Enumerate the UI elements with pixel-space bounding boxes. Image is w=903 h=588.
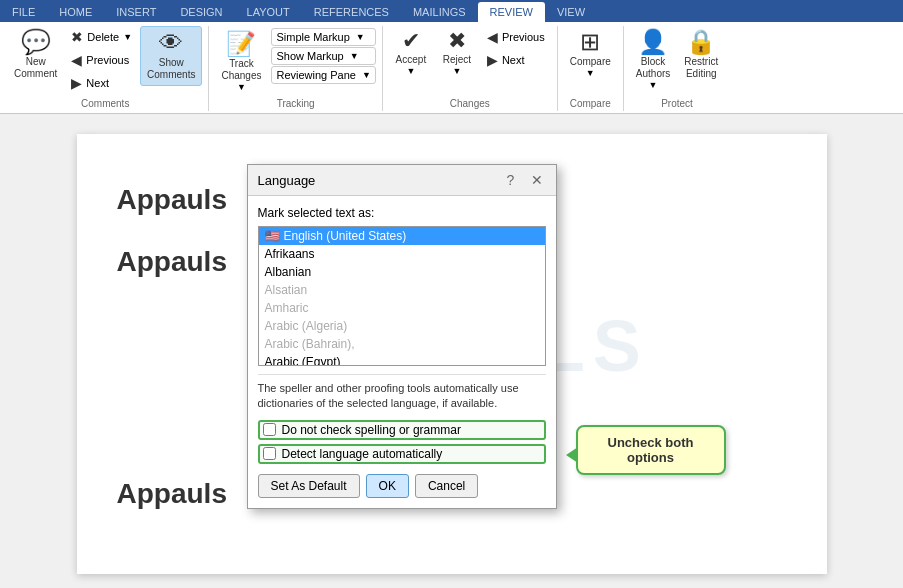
no-spell-row: Do not check spelling or grammar	[258, 420, 546, 440]
tab-insert[interactable]: INSERT	[104, 2, 168, 22]
reviewing-pane-arrow: ▼	[362, 70, 371, 80]
lang-item-amharic[interactable]: Amharic	[259, 299, 545, 317]
detect-lang-label: Detect language automatically	[282, 447, 443, 461]
ribbon: FILE HOME INSERT DESIGN LAYOUT REFERENCE…	[0, 0, 903, 114]
track-changes-label: TrackChanges	[221, 58, 261, 82]
tab-layout[interactable]: LAYOUT	[235, 2, 302, 22]
detect-lang-checkbox[interactable]	[263, 447, 276, 460]
accept-label: Accept	[396, 54, 427, 66]
ribbon-group-comments: 💬 NewComment ✖ Delete ▼ ◀ Previous ▶	[2, 26, 209, 111]
document-page: APPAULS Appauls Appauls Language ? ✕ Mar…	[77, 134, 827, 574]
ribbon-group-changes: ✔ Accept ▼ ✖ Reject ▼ ◀ Previous ▶	[383, 26, 558, 111]
ribbon-content: 💬 NewComment ✖ Delete ▼ ◀ Previous ▶	[0, 22, 903, 114]
track-arrow: ▼	[237, 82, 246, 92]
reject-button[interactable]: ✖ Reject ▼	[435, 26, 479, 80]
delete-icon: ✖	[71, 29, 83, 45]
delete-label: Delete	[87, 31, 119, 43]
lang-item-arabic-algeria[interactable]: Arabic (Algeria)	[259, 317, 545, 335]
restrict-editing-icon: 🔒	[686, 30, 716, 54]
comments-group-label: Comments	[81, 96, 129, 111]
lang-label-arabic-egypt: Arabic (Egypt)	[265, 355, 341, 366]
reject-arrow: ▼	[452, 66, 461, 76]
compare-icon: ⊞	[580, 30, 600, 54]
dialog-title: Language	[258, 173, 316, 188]
reviewing-pane-label: Reviewing Pane	[276, 69, 356, 81]
show-markup-label: Show Markup	[276, 50, 343, 62]
ribbon-tabs: FILE HOME INSERT DESIGN LAYOUT REFERENCE…	[0, 0, 903, 22]
new-comment-icon: 💬	[21, 30, 51, 54]
ribbon-group-tracking: 📝 TrackChanges ▼ Simple Markup ▼ Show Ma…	[209, 26, 382, 111]
restrict-editing-button[interactable]: 🔒 RestrictEditing	[678, 26, 724, 84]
no-spell-label: Do not check spelling or grammar	[282, 423, 461, 437]
callout-text: Uncheck both options	[608, 435, 694, 465]
track-changes-icon: 📝	[226, 32, 256, 56]
delete-button[interactable]: ✖ Delete ▼	[65, 26, 138, 48]
new-comment-button[interactable]: 💬 NewComment	[8, 26, 63, 84]
lang-label-english: English (United States)	[284, 229, 407, 243]
cancel-button[interactable]: Cancel	[415, 474, 478, 498]
tab-mailings[interactable]: MAILINGS	[401, 2, 478, 22]
tab-review[interactable]: REVIEW	[478, 2, 545, 22]
simple-markup-label: Simple Markup	[276, 31, 349, 43]
compare-group-label: Compare	[570, 96, 611, 111]
lang-item-afrikaans[interactable]: Afrikaans	[259, 245, 545, 263]
set-default-button[interactable]: Set As Default	[258, 474, 360, 498]
dialog-subtitle: Mark selected text as:	[258, 206, 546, 220]
lang-item-arabic-egypt[interactable]: Arabic (Egypt)	[259, 353, 545, 366]
delete-arrow: ▼	[123, 32, 132, 42]
ok-button[interactable]: OK	[366, 474, 409, 498]
next-icon: ▶	[71, 75, 82, 91]
accept-icon: ✔	[402, 30, 420, 52]
ribbon-group-protect: 👤 BlockAuthors ▼ 🔒 RestrictEditing Prote…	[624, 26, 730, 111]
new-comment-label: NewComment	[14, 56, 57, 80]
restrict-editing-label: RestrictEditing	[684, 56, 718, 80]
simple-markup-arrow: ▼	[356, 32, 365, 42]
compare-label: Compare	[570, 56, 611, 68]
show-markup-button[interactable]: Show Markup ▼	[271, 47, 375, 65]
protect-group-label: Protect	[661, 96, 693, 111]
compare-button[interactable]: ⊞ Compare ▼	[564, 26, 617, 82]
dialog-buttons: Set As Default OK Cancel	[258, 474, 546, 498]
block-authors-button[interactable]: 👤 BlockAuthors ▼	[630, 26, 676, 94]
tab-home[interactable]: HOME	[47, 2, 104, 22]
accept-button[interactable]: ✔ Accept ▼	[389, 26, 433, 80]
lang-label-afrikaans: Afrikaans	[265, 247, 315, 261]
lang-item-english[interactable]: 🇺🇸 English (United States)	[259, 227, 545, 245]
protect-items: 👤 BlockAuthors ▼ 🔒 RestrictEditing	[630, 26, 724, 96]
dialog-close-button[interactable]: ✕	[528, 171, 546, 189]
block-authors-label: BlockAuthors	[636, 56, 670, 80]
lang-label-arabic-algeria: Arabic (Algeria)	[265, 319, 348, 333]
lang-flag-english: 🇺🇸	[265, 229, 280, 243]
detect-lang-row: Detect language automatically	[258, 444, 546, 464]
next-change-label: Next	[502, 54, 525, 66]
dialog-help-button[interactable]: ?	[502, 171, 520, 189]
lang-label-amharic: Amharic	[265, 301, 309, 315]
compare-items: ⊞ Compare ▼	[564, 26, 617, 96]
tab-view[interactable]: VIEW	[545, 2, 597, 22]
next-change-button[interactable]: ▶ Next	[481, 49, 551, 71]
show-comments-label: ShowComments	[147, 57, 195, 81]
compare-arrow: ▼	[586, 68, 595, 78]
lang-item-arabic-bahrain[interactable]: Arabic (Bahrain),	[259, 335, 545, 353]
next-change-icon: ▶	[487, 52, 498, 68]
lang-item-albanian[interactable]: Albanian	[259, 263, 545, 281]
tab-design[interactable]: DESIGN	[168, 2, 234, 22]
accept-arrow: ▼	[406, 66, 415, 76]
block-authors-icon: 👤	[638, 30, 668, 54]
track-changes-button[interactable]: 📝 TrackChanges ▼	[215, 28, 267, 96]
no-spell-checkbox[interactable]	[263, 423, 276, 436]
reviewing-pane-button[interactable]: Reviewing Pane ▼	[271, 66, 375, 84]
show-markup-arrow: ▼	[350, 51, 359, 61]
previous-change-button[interactable]: ◀ Previous	[481, 26, 551, 48]
next-button[interactable]: ▶ Next	[65, 72, 138, 94]
lang-item-alsatian[interactable]: Alsatian	[259, 281, 545, 299]
tab-references[interactable]: REFERENCES	[302, 2, 401, 22]
tab-file[interactable]: FILE	[0, 2, 47, 22]
next-label: Next	[86, 77, 109, 89]
previous-button[interactable]: ◀ Previous	[65, 49, 138, 71]
prev-change-icon: ◀	[487, 29, 498, 45]
simple-markup-button[interactable]: Simple Markup ▼	[271, 28, 375, 46]
language-list[interactable]: 🇺🇸 English (United States) Afrikaans Alb…	[258, 226, 546, 366]
show-comments-button[interactable]: 👁 ShowComments	[140, 26, 202, 86]
tracking-group-label: Tracking	[277, 96, 315, 111]
